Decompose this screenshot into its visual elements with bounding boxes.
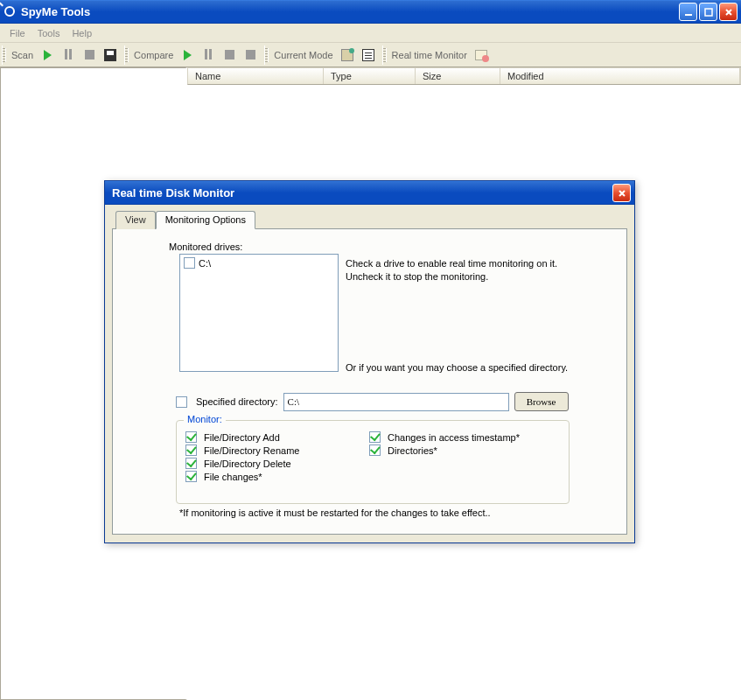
toolbar: Scan Compare Current Mode Real time Moni… xyxy=(0,43,741,67)
save-icon xyxy=(104,49,116,61)
compare-stop-button[interactable] xyxy=(220,46,239,65)
maximize-button[interactable] xyxy=(699,3,717,21)
mon-delete[interactable]: File/Directory Delete xyxy=(185,458,360,469)
main-titlebar: SpyMe Tools xyxy=(0,0,741,24)
monitor-icon xyxy=(475,50,487,60)
stop-icon xyxy=(225,50,234,60)
col-size[interactable]: Size xyxy=(416,68,500,84)
window-title: SpyMe Tools xyxy=(21,5,677,18)
list-icon xyxy=(362,49,374,61)
dialog-close-button[interactable] xyxy=(612,184,631,202)
col-name[interactable]: Name xyxy=(188,68,324,84)
col-modified[interactable]: Modified xyxy=(500,68,740,84)
monitored-drives-label: Monitored drives: xyxy=(169,242,242,252)
compare-pause-button[interactable] xyxy=(199,46,218,65)
scan-play-button[interactable] xyxy=(38,46,57,65)
svg-rect-1 xyxy=(705,9,712,16)
monitor-fieldset: Monitor: File/Directory Add Changes in a… xyxy=(176,420,570,504)
mode-disk-button[interactable] xyxy=(359,46,378,65)
play-icon xyxy=(44,50,52,60)
pause-icon xyxy=(64,49,73,61)
col-type[interactable]: Type xyxy=(324,68,416,84)
drives-listbox[interactable]: C:\ xyxy=(179,254,339,372)
mon-rename[interactable]: File/Directory Rename xyxy=(185,444,360,456)
mon-add[interactable]: File/Directory Add xyxy=(185,431,360,443)
pause-icon xyxy=(204,49,213,61)
mon-filechanges[interactable]: File changes* xyxy=(185,471,360,482)
svg-rect-0 xyxy=(685,14,692,16)
scan-save-button[interactable] xyxy=(101,46,120,65)
compare-play-button[interactable] xyxy=(178,46,197,65)
scan-pause-button[interactable] xyxy=(59,46,78,65)
menubar: File Tools Help xyxy=(0,24,741,43)
specified-dir-input[interactable] xyxy=(283,393,509,411)
rtm-button[interactable] xyxy=(472,46,491,65)
drive-item[interactable]: C:\ xyxy=(182,256,336,270)
dialog-titlebar[interactable]: Real time Disk Monitor xyxy=(105,181,634,205)
menu-help[interactable]: Help xyxy=(66,25,98,41)
stop-icon xyxy=(246,50,255,60)
dialog-title: Real time Disk Monitor xyxy=(108,186,611,200)
mon-dirs[interactable]: Directories* xyxy=(369,444,562,456)
browse-button[interactable]: Browse xyxy=(514,392,569,411)
checkbox[interactable] xyxy=(185,471,197,482)
registry-icon xyxy=(341,49,353,61)
help-text-1: Check a drive to enable real time monito… xyxy=(346,257,591,284)
mode-registry-button[interactable] xyxy=(338,46,357,65)
close-button[interactable] xyxy=(719,3,738,21)
drive-checkbox[interactable] xyxy=(184,257,195,269)
list-header: Name Type Size Modified xyxy=(187,67,741,85)
menu-tools[interactable]: Tools xyxy=(31,25,66,41)
rtm-dialog: Real time Disk Monitor View Monitoring O… xyxy=(104,180,635,543)
stop-icon xyxy=(85,50,94,60)
scan-label: Scan xyxy=(11,50,33,60)
checkbox[interactable] xyxy=(369,431,381,443)
help-text-2: Or if you want you may choose a specifie… xyxy=(346,362,568,373)
footnote: *If monitoring is active it must be rest… xyxy=(179,508,491,518)
specified-dir-checkbox[interactable] xyxy=(176,396,187,408)
menu-file[interactable]: File xyxy=(3,25,31,41)
app-icon xyxy=(3,5,17,19)
checkbox[interactable] xyxy=(185,458,197,469)
tab-view[interactable]: View xyxy=(115,211,156,229)
play-icon xyxy=(184,50,192,60)
compare-label: Compare xyxy=(134,50,173,60)
minimize-button[interactable] xyxy=(679,3,697,21)
monitor-legend: Monitor: xyxy=(184,414,226,424)
checkbox[interactable] xyxy=(185,444,197,456)
compare-stop2-button[interactable] xyxy=(241,46,260,65)
specified-dir-label: Specified directory: xyxy=(196,396,278,407)
tab-monitoring-options[interactable]: Monitoring Options xyxy=(156,211,255,229)
scan-stop-button[interactable] xyxy=(80,46,99,65)
checkbox[interactable] xyxy=(369,444,381,456)
rtm-label: Real time Monitor xyxy=(392,50,467,60)
checkbox[interactable] xyxy=(185,431,197,443)
current-mode-label: Current Mode xyxy=(274,50,332,60)
mon-access[interactable]: Changes in access timestamp* xyxy=(369,431,562,443)
drive-label: C:\ xyxy=(199,258,211,269)
